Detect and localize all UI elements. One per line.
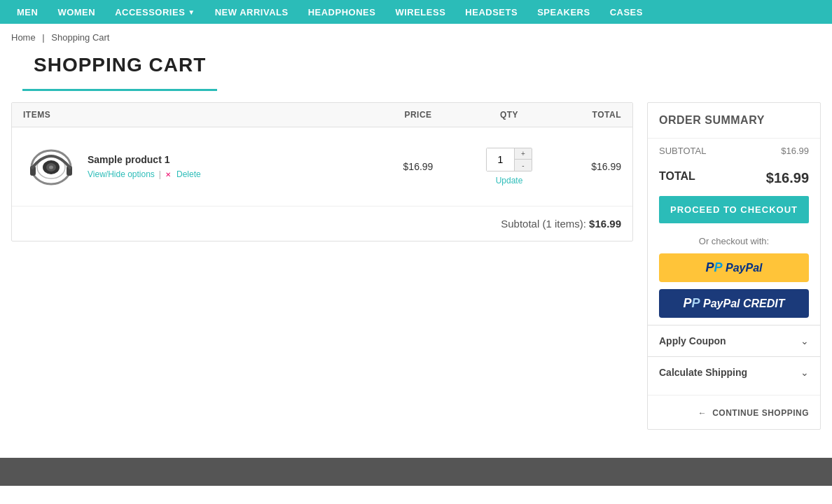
nav-item-speakers[interactable]: SPEAKERS	[527, 0, 600, 24]
chevron-down-icon: ▼	[188, 8, 195, 16]
item-info: Sample product 1 View/Hide options | ✕ D…	[23, 139, 383, 195]
qty-control: + -	[486, 148, 532, 172]
subtotal-label: Subtotal	[501, 218, 539, 230]
delete-link[interactable]: Delete	[176, 169, 201, 179]
main-content: ITEMS PRICE QTY Total	[0, 102, 832, 430]
product-image	[23, 139, 79, 195]
apply-coupon-label: Apply Coupon	[659, 335, 726, 346]
item-price: $16.99	[383, 161, 453, 172]
paypal-p-symbol: P	[706, 260, 714, 274]
svg-point-6	[49, 166, 53, 169]
main-nav: MEN WOMEN ACCESSORIES ▼ NEW ARRIVALS HEA…	[0, 0, 832, 24]
col-header-qty: QTY	[453, 110, 565, 120]
summary-total-value: $16.99	[766, 170, 809, 186]
table-row: Sample product 1 View/Hide options | ✕ D…	[12, 127, 632, 206]
breadcrumb-separator: |	[42, 32, 44, 43]
action-separator: |	[159, 169, 161, 179]
col-header-total: Total	[565, 110, 621, 120]
or-checkout-label: Or checkout with:	[648, 232, 820, 253]
continue-shopping-link[interactable]: ← CONTINUE SHOPPING	[698, 408, 809, 418]
order-summary: ORDER SUMMARY SUBTOTAL $16.99 TOTAL $16.…	[647, 102, 821, 430]
chevron-down-icon: ⌄	[800, 367, 809, 378]
nav-item-headsets[interactable]: HEADSETS	[455, 0, 527, 24]
summary-subtotal-value: $16.99	[781, 146, 809, 156]
apply-coupon-accordion[interactable]: Apply Coupon ⌄	[648, 325, 820, 356]
paypal-credit-p1: P	[684, 296, 692, 310]
order-summary-title: ORDER SUMMARY	[648, 103, 820, 139]
nav-item-headphones[interactable]: HEADPHONES	[298, 0, 386, 24]
item-qty: + - Update	[453, 148, 565, 186]
paypal-button[interactable]: PP PayPal	[659, 253, 809, 282]
nav-accessories-label: ACCESSORIES	[115, 7, 185, 18]
delete-icon: ✕	[165, 171, 171, 178]
nav-item-accessories[interactable]: ACCESSORIES ▼	[105, 0, 205, 24]
continue-shopping-label: CONTINUE SHOPPING	[712, 408, 809, 418]
breadcrumb: Home | Shopping Cart	[0, 24, 832, 51]
summary-total-label: TOTAL	[659, 170, 695, 186]
subtotal-row: Subtotal (1 items): $16.99	[12, 206, 632, 241]
item-details: Sample product 1 View/Hide options | ✕ D…	[88, 154, 201, 179]
proceed-to-checkout-button[interactable]: PROCEED TO CHECKOUT	[659, 196, 809, 223]
chevron-down-icon: ⌄	[800, 335, 809, 346]
quantity-stepper[interactable]	[487, 148, 515, 171]
arrow-left-icon: ←	[698, 408, 707, 418]
item-total: $16.99	[565, 161, 621, 172]
headphone-svg	[24, 139, 78, 194]
col-header-price: PRICE	[383, 110, 453, 120]
view-hide-options-link[interactable]: View/Hide options	[88, 169, 155, 179]
page-title: SHOPPING CART	[34, 54, 206, 76]
calculate-shipping-label: Calculate Shipping	[659, 367, 747, 378]
nav-item-men[interactable]: MEN	[7, 0, 48, 24]
calculate-shipping-accordion[interactable]: Calculate Shipping ⌄	[648, 356, 820, 388]
page-title-wrap: SHOPPING CART	[22, 51, 217, 91]
paypal-credit-logo: PP PayPal CREDIT	[684, 298, 785, 309]
item-name: Sample product 1	[88, 154, 201, 165]
continue-shopping-wrap: ← CONTINUE SHOPPING	[648, 395, 820, 429]
qty-buttons: + -	[515, 148, 532, 171]
summary-subtotal-label: SUBTOTAL	[659, 146, 706, 156]
paypal-credit-button[interactable]: PP PayPal CREDIT	[659, 289, 809, 318]
breadcrumb-current: Shopping Cart	[51, 32, 109, 43]
paypal-p2-symbol: P	[714, 260, 723, 274]
update-link[interactable]: Update	[496, 176, 523, 186]
cart-section: ITEMS PRICE QTY Total	[11, 102, 633, 241]
summary-total-row: TOTAL $16.99	[648, 163, 820, 196]
paypal-logo: PP PayPal	[706, 262, 763, 274]
subtotal-items: 1 items	[546, 218, 579, 230]
paypal-credit-p2: P	[692, 296, 700, 310]
qty-increment-button[interactable]: +	[515, 148, 532, 160]
col-header-items: ITEMS	[23, 110, 383, 120]
item-actions: View/Hide options | ✕ Delete	[88, 169, 201, 179]
paypal-label-text: PayPal	[726, 262, 762, 274]
qty-decrement-button[interactable]: -	[515, 160, 532, 171]
nav-item-wireless[interactable]: WIRELESS	[385, 0, 455, 24]
subtotal-value: $16.99	[589, 218, 621, 230]
cart-header: ITEMS PRICE QTY Total	[12, 103, 632, 127]
breadcrumb-home-link[interactable]: Home	[11, 32, 36, 43]
nav-item-women[interactable]: WOMEN	[48, 0, 105, 24]
paypal-credit-text: PayPal CREDIT	[703, 298, 784, 309]
summary-subtotal-row: SUBTOTAL $16.99	[648, 139, 820, 163]
nav-item-new-arrivals[interactable]: NEW ARRIVALS	[205, 0, 298, 24]
footer	[0, 458, 832, 486]
nav-item-cases[interactable]: CASES	[600, 0, 653, 24]
